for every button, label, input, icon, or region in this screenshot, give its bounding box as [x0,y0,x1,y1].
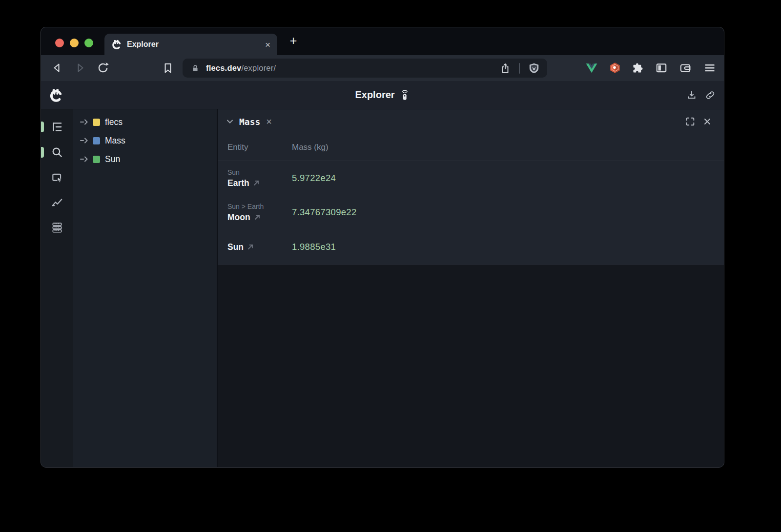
url-domain: flecs.dev [206,63,241,72]
download-icon[interactable] [686,89,698,101]
column-header-mass: Mass (kg) [292,143,724,152]
tab-close-icon[interactable]: × [265,40,270,49]
address-bar-divider [519,63,520,74]
table-row[interactable]: Sun 1.9885e31 [218,229,724,264]
tree-item-label: Sun [105,154,120,164]
entity-name: Sun [227,241,244,253]
table-row[interactable]: Sun > Earth Moon 7.34767309e22 [218,195,724,229]
entity-parent-path: Sun > Earth [227,202,292,211]
flecs-favicon-icon [111,39,122,50]
query-result-card: Mass × Entity Mass (kg) [218,109,724,265]
chevron-down-icon[interactable] [226,117,234,126]
left-icon-rail [41,109,73,467]
query-title: Mass [239,117,260,127]
page-title-text: Explorer [355,89,394,101]
entity-name: Moon [227,211,250,223]
entity-parent-path: Sun [227,168,292,177]
vue-devtools-extension-icon[interactable] [585,61,598,74]
tree-view-icon[interactable] [51,121,63,133]
expand-arrow-icon[interactable] [79,155,90,163]
query-search-icon[interactable] [51,146,63,159]
reload-button[interactable] [97,61,109,74]
new-tab-button[interactable]: + [287,34,300,48]
rows-list-icon[interactable] [51,221,63,234]
extensions-puzzle-icon[interactable] [632,61,644,74]
goto-entity-icon[interactable] [254,214,261,221]
entity-tree-panel: flecs Mass Sun [73,109,218,467]
menu-hamburger-icon[interactable] [703,61,716,74]
browser-window: Explorer × + flecs.dev/explorer/ [41,27,724,468]
remote-connection-icon[interactable] [399,89,410,102]
forward-button[interactable] [74,61,86,74]
tree-item-mass[interactable]: Mass [73,131,217,150]
table-header-row: Entity Mass (kg) [218,134,724,161]
link-icon[interactable] [704,89,716,101]
query-panel-active-pill [41,147,44,158]
close-window-button[interactable] [55,39,64,47]
url-text: flecs.dev/explorer/ [206,63,276,73]
sidebar-toggle-icon[interactable] [655,61,668,74]
entity-name: Earth [227,177,249,189]
column-header-entity: Entity [227,143,292,152]
hexagon-extension-icon[interactable] [609,61,621,74]
query-card-header: Mass × [218,109,724,134]
entity-color-swatch [93,156,100,163]
tree-item-sun[interactable]: Sun [73,150,217,168]
explorer-header: Explorer [41,81,724,109]
wallet-icon[interactable] [679,61,692,74]
mass-value: 7.34767309e22 [292,207,724,218]
table-row[interactable]: Sun Earth 5.9722e24 [218,161,724,195]
bookmark-icon[interactable] [162,61,174,74]
query-panel: Mass × Entity Mass (kg) [218,109,724,467]
browser-tab-explorer[interactable]: Explorer × [104,34,277,55]
browser-toolbar: flecs.dev/explorer/ [41,55,724,81]
tab-strip: Explorer × + [41,27,724,55]
url-path: /explorer/ [241,63,276,72]
tree-item-label: flecs [105,117,123,127]
flecs-logo-icon [49,88,63,102]
lock-icon [190,63,200,73]
expand-arrow-icon[interactable] [79,137,90,144]
fullscreen-icon[interactable] [685,116,696,127]
traffic-lights [55,39,93,47]
query-close-icon[interactable]: × [266,117,272,126]
tab-title: Explorer [127,40,159,49]
mass-value: 5.9722e24 [292,173,724,184]
entity-color-swatch [93,119,100,126]
back-button[interactable] [51,61,63,74]
goto-entity-icon[interactable] [247,244,254,250]
page-title: Explorer [355,89,410,102]
panel-close-icon[interactable] [702,117,712,126]
minimize-window-button[interactable] [70,39,79,47]
expand-arrow-icon[interactable] [79,118,90,126]
entity-color-swatch [93,137,100,144]
goto-entity-icon[interactable] [253,180,260,186]
tree-item-flecs[interactable]: flecs [73,113,217,131]
tree-panel-active-pill [41,122,44,132]
inspector-icon[interactable] [51,172,63,184]
address-bar[interactable]: flecs.dev/explorer/ [183,59,547,78]
main-content: flecs Mass Sun [41,109,724,467]
maximize-window-button[interactable] [84,39,93,47]
share-icon[interactable] [499,62,511,74]
stats-chart-icon[interactable] [51,195,63,208]
mass-value: 1.9885e31 [292,242,724,252]
brave-shield-icon[interactable] [528,62,540,75]
tree-item-label: Mass [105,136,125,146]
